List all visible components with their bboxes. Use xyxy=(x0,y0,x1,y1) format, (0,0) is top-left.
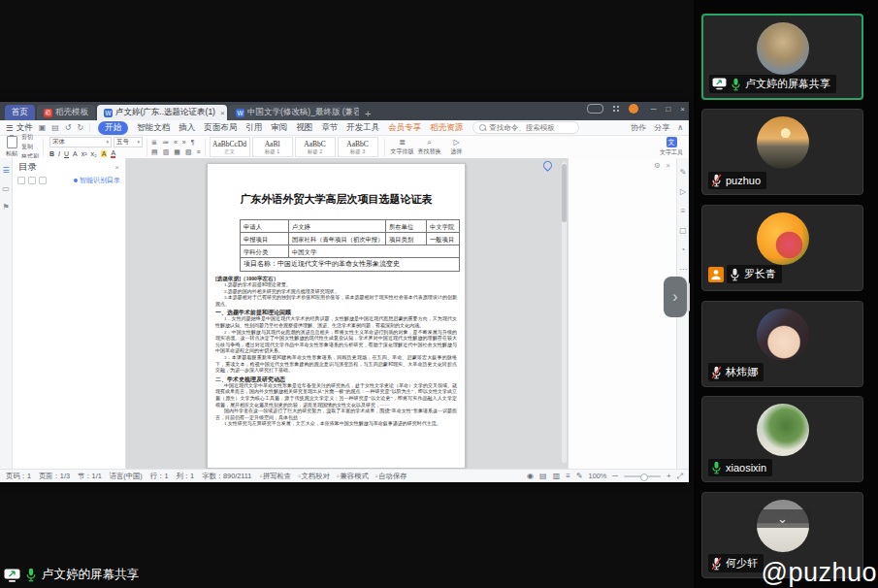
maximize-button[interactable]: □ xyxy=(666,105,670,114)
status-toggle[interactable]: 自动保存 xyxy=(375,472,407,481)
zoom-out-button[interactable]: ─ xyxy=(612,472,618,480)
undo-icon[interactable]: ↺ xyxy=(65,123,72,132)
lines-icon[interactable]: ≡ xyxy=(681,207,686,215)
pencil-icon[interactable]: ✎ xyxy=(680,168,687,177)
close-icon[interactable]: × xyxy=(667,161,670,170)
style-preset[interactable]: AaBbCcDd 正文 xyxy=(210,137,250,157)
file-menu-button[interactable]: ☰ 文件 xyxy=(0,122,39,134)
ribbon-tool-button[interactable]: ▷ 选择 xyxy=(443,138,471,156)
ribbon-tool-button[interactable]: ⌕ 查找替换 xyxy=(416,138,443,156)
page-view-icon[interactable]: ▤ xyxy=(539,472,547,480)
close-icon[interactable]: × xyxy=(114,163,119,172)
document-tab-active[interactable]: W 卢文婷(广东..选题论证表(1) × xyxy=(97,105,227,120)
style-preset[interactable]: AaBl 标题 1 xyxy=(252,137,293,157)
align-right-icon[interactable]: ▦ xyxy=(174,148,180,156)
menu-tab[interactable]: 开始 xyxy=(98,121,128,135)
menu-tab[interactable]: 引用 xyxy=(245,122,262,134)
more-icon[interactable]: ⋯ xyxy=(679,265,687,274)
highlight-color-button[interactable]: A xyxy=(101,150,108,157)
superscript-button[interactable]: x² xyxy=(81,150,87,157)
outline-view-icon[interactable]: ≡ xyxy=(566,472,570,480)
font-color-button[interactable]: A xyxy=(111,149,115,158)
collapse-list-button[interactable]: ⌄ xyxy=(755,509,811,528)
menu-tab[interactable]: 智能文档 xyxy=(137,122,170,134)
participant-tile-luochangqing[interactable]: 罗长青 xyxy=(701,205,863,291)
share-button[interactable]: 分享 xyxy=(654,122,669,133)
bookmark-icon[interactable]: ⚑ xyxy=(2,203,9,212)
clipboard-action[interactable]: 剪切 xyxy=(21,133,39,142)
font-size-select[interactable]: 五号 ▾ xyxy=(114,137,143,147)
command-search[interactable] xyxy=(472,121,579,134)
close-window-button[interactable]: × xyxy=(680,105,685,114)
home-tab[interactable]: 首页 xyxy=(5,105,35,120)
font-name-select[interactable]: 宋体 ▾ xyxy=(49,137,112,147)
eye-protect-icon[interactable]: ◉ xyxy=(527,472,534,480)
close-tab-icon[interactable]: × xyxy=(220,109,225,117)
outline-tool-icon[interactable] xyxy=(28,177,36,184)
zoom-slider-knob[interactable] xyxy=(640,474,648,481)
line-spacing-icon[interactable]: ≡ xyxy=(197,148,201,156)
participant-tile-linweina[interactable]: 林炜娜 xyxy=(701,301,863,387)
status-toggle[interactable]: 拼写检查 xyxy=(259,472,291,481)
menu-tab[interactable]: 会员专享 xyxy=(388,122,421,134)
document-tab[interactable]: W 中国文学(修改稿)_最终版 (兼容) xyxy=(229,105,359,120)
ribbon-tool-button[interactable]: ≣ 文字排版 xyxy=(389,138,416,156)
outline-icon[interactable]: ☰ xyxy=(2,166,9,175)
italic-button[interactable]: I xyxy=(58,150,60,157)
paragraph-mark-icon[interactable]: ¶ xyxy=(191,139,195,147)
web-view-icon[interactable]: ▥ xyxy=(553,472,561,480)
style-preset[interactable]: AaBbC 标题 2 xyxy=(295,137,336,157)
apps-grid-icon[interactable] xyxy=(612,105,620,113)
menu-tab[interactable]: 稻壳资源 xyxy=(430,122,463,134)
participant-tile-xiaosixin[interactable]: xiaosixin xyxy=(701,396,863,482)
status-toggle[interactable]: 文档校对 xyxy=(298,472,330,481)
zoom-in-button[interactable]: + xyxy=(667,472,671,480)
menu-tab[interactable]: 审阅 xyxy=(271,122,287,134)
clock-icon[interactable]: ◔ xyxy=(681,245,686,254)
bullet-list-icon[interactable]: ≣ xyxy=(151,139,157,147)
collaborate-button[interactable]: 协作 xyxy=(631,122,646,133)
menu-tab[interactable]: 视图 xyxy=(296,122,312,134)
smart-outline-link[interactable]: 智能识别目录 xyxy=(74,176,120,185)
vertical-scrollbar[interactable] xyxy=(562,162,567,463)
account-avatar[interactable] xyxy=(629,104,638,114)
participant-tile-puzhuo[interactable]: puzhuo xyxy=(701,109,863,195)
align-center-icon[interactable]: ▥ xyxy=(163,148,170,156)
text-tool-button[interactable]: 文 文字工具 xyxy=(660,137,683,157)
sidebar-collapse-handle[interactable]: › xyxy=(664,277,687,317)
indent-icon[interactable]: » xyxy=(182,139,186,147)
bold-button[interactable]: B xyxy=(49,150,54,157)
gear-icon[interactable]: ⚙ xyxy=(654,161,661,170)
box-icon[interactable]: ▢ xyxy=(679,226,687,235)
folder-icon[interactable]: ▭ xyxy=(2,184,10,193)
document-canvas[interactable]: 广东外语外贸大学高层次项目选题论证表 申请人 卢文婷 所在单位 中文学院 申报项… xyxy=(126,158,568,469)
save-icon[interactable]: ▣ xyxy=(39,123,47,132)
participant-tile-luwenting[interactable]: 卢文婷的屏幕共享 xyxy=(701,14,863,100)
justify-icon[interactable]: ▧ xyxy=(185,148,192,156)
redo-icon[interactable]: ↻ xyxy=(77,123,83,132)
underline-button[interactable]: U xyxy=(64,150,69,157)
numbered-list-icon[interactable]: ≔ xyxy=(162,139,169,147)
menu-tab[interactable]: 开发工具 xyxy=(346,122,379,134)
fullscreen-icon[interactable]: ⤢ xyxy=(677,472,683,481)
pin-icon[interactable] xyxy=(541,159,554,172)
document-page[interactable]: 广东外语外贸大学高层次项目选题论证表 申请人 卢文婷 所在单位 中文学院 申报项… xyxy=(207,163,466,469)
collapse-ribbon-icon[interactable]: ∧ xyxy=(677,123,683,132)
outline-tool-icon[interactable] xyxy=(39,177,47,184)
align-left-icon[interactable]: ▤ xyxy=(151,148,158,156)
menu-tab[interactable]: 插入 xyxy=(179,122,195,134)
subscript-button[interactable]: x₂ xyxy=(91,150,97,157)
read-mode-icon[interactable]: ✎ xyxy=(576,472,583,480)
paste-button[interactable]: 粘贴 xyxy=(6,136,17,158)
minimize-button[interactable]: ─ xyxy=(651,105,657,114)
style-preset[interactable]: AaBbC 标题 3 xyxy=(338,137,378,157)
clipboard-action[interactable]: 复制 xyxy=(21,143,39,151)
search-input[interactable] xyxy=(489,123,572,132)
cursor-icon[interactable]: ▷ xyxy=(680,187,686,196)
outline-tool-icon[interactable] xyxy=(17,177,25,184)
menu-tab[interactable]: 章节 xyxy=(321,122,338,134)
docer-template-tab[interactable]: 稻 稻壳模板 xyxy=(37,105,95,120)
zoom-slider[interactable] xyxy=(624,475,661,477)
outdent-icon[interactable]: « xyxy=(174,139,178,147)
message-icon[interactable] xyxy=(587,104,603,114)
